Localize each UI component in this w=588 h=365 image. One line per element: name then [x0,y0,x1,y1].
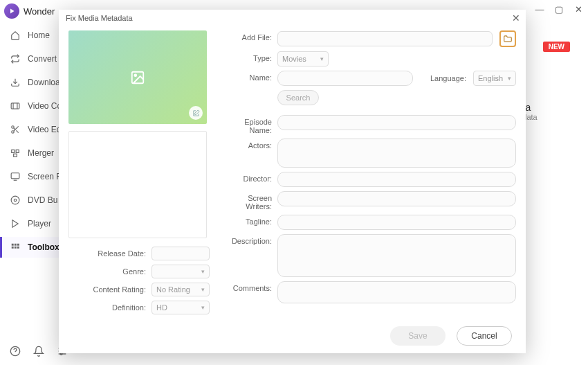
dialog-footer: Save Cancel [59,319,526,353]
screen-writers-label: Screen Writers: [223,191,277,211]
chevron-down-icon: ▾ [201,304,205,311]
sidebar-item-label: Downloa [28,78,60,87]
sidebar-item-label: Merger [28,148,54,158]
name-input[interactable] [277,71,413,86]
home-icon [10,30,21,41]
edit-preview-button[interactable] [189,106,203,120]
actors-input[interactable] [277,139,516,168]
new-badge: NEW [543,42,570,52]
chevron-down-icon: ▾ [201,268,205,275]
language-label: Language: [430,74,466,82]
help-icon[interactable] [10,346,21,359]
browse-file-button[interactable] [499,30,516,47]
download-icon [10,77,21,88]
chevron-down-icon: ▾ [320,55,324,62]
left-column: Release Date: Genre: ▾ Content Rating: N… [68,30,210,319]
svg-rect-17 [12,244,14,246]
sidebar-item-label: Toolbox [28,242,59,252]
genre-label: Genre: [68,267,151,276]
close-window-icon[interactable]: ✕ [573,4,584,15]
comments-label: Comments: [223,281,277,292]
svg-rect-18 [15,244,17,246]
app-brand: Wonder [24,6,55,17]
sidebar-item-label: Convert [28,54,57,64]
svg-rect-1 [11,103,19,109]
sidebar-item-label: Player [28,219,51,229]
actors-label: Actors: [223,139,277,150]
content-rating-label: Content Rating: [68,285,151,294]
sidebar-item-label: Home [28,30,50,40]
description-label: Description: [223,234,277,245]
svg-line-7 [16,130,18,132]
svg-point-15 [14,199,17,202]
svg-point-32 [134,74,136,76]
definition-label: Definition: [68,303,151,312]
folder-icon [503,34,513,44]
director-label: Director: [223,172,277,183]
tagline-label: Tagline: [223,215,277,226]
type-label: Type: [223,51,277,62]
svg-rect-10 [16,150,19,152]
svg-rect-21 [15,247,17,249]
media-preview [68,30,207,124]
save-button[interactable]: Save [390,326,445,346]
add-file-path [277,31,493,46]
right-column: Add File: Type: Movies▾ Name: Language: … [223,30,516,319]
svg-rect-19 [17,244,19,246]
svg-rect-20 [12,247,14,249]
bell-icon[interactable] [33,346,44,359]
scissors-icon [10,124,21,135]
svg-line-8 [14,128,15,130]
svg-point-4 [12,126,15,129]
convert-icon [10,53,21,64]
language-select[interactable]: English▾ [473,71,516,86]
cancel-button[interactable]: Cancel [457,326,512,346]
svg-rect-22 [17,247,19,249]
description-input[interactable] [277,234,516,277]
screen-icon [10,171,21,182]
director-input[interactable] [277,172,516,187]
screen-writers-input[interactable] [277,191,516,206]
sidebar-item-label: DVD Bu [28,195,57,205]
comments-input[interactable] [277,281,516,303]
type-select[interactable]: Movies▾ [277,51,329,66]
maximize-icon[interactable]: ▢ [553,4,564,15]
thumbnail-list [68,131,207,238]
sidebar-item-label: Screen R [28,172,62,181]
merge-icon [10,148,21,159]
svg-rect-9 [12,150,15,152]
minimize-icon[interactable]: — [534,4,545,15]
genre-select[interactable]: ▾ [151,265,210,278]
episode-name-label: Episode Name: [223,115,277,134]
content-rating-select[interactable]: No Rating▾ [151,283,210,296]
add-file-label: Add File: [223,30,277,42]
episode-name-input[interactable] [277,115,516,130]
sidebar-item-label: Video Co [28,101,62,111]
play-icon [10,218,21,229]
chevron-down-icon: ▾ [201,286,205,293]
window-controls: — ▢ ✕ [534,4,584,15]
svg-point-14 [11,196,19,204]
dialog-titlebar: Fix Media Metadata ✕ [59,10,526,26]
svg-rect-12 [11,173,19,179]
disc-icon [10,195,21,206]
image-icon [128,70,147,85]
svg-marker-16 [12,220,18,228]
release-date-input[interactable] [151,247,210,260]
svg-rect-11 [14,154,17,157]
sidebar-item-label: Video Ed [28,125,62,134]
app-logo-icon [4,3,19,19]
close-icon[interactable]: ✕ [512,12,520,24]
video-icon [10,100,21,112]
grid-icon [10,242,21,253]
name-label: Name: [223,71,277,82]
search-button[interactable]: Search [277,90,319,105]
dialog-title: Fix Media Metadata [66,14,133,22]
tagline-input[interactable] [277,215,516,230]
definition-select[interactable]: HD▾ [151,301,210,314]
chevron-down-icon: ▾ [508,75,511,82]
svg-point-5 [12,131,15,134]
release-date-label: Release Date: [68,249,151,258]
fix-metadata-dialog: Fix Media Metadata ✕ Release Date: Genre… [59,10,526,353]
